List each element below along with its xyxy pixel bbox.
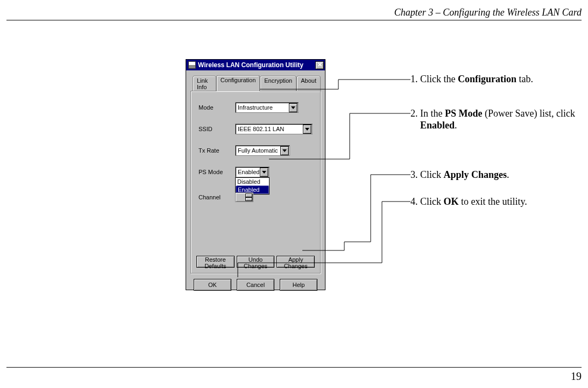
annotation-step-2: 2. In the PS Mode (Power Save) list, cli… <box>410 107 588 131</box>
tabstrip: Link Info Configuration Encryption About <box>193 75 321 91</box>
app-icon <box>188 61 196 69</box>
mode-select[interactable]: Infrastructure <box>235 102 299 113</box>
ssid-value: IEEE 802.11 LAN <box>238 126 284 132</box>
mode-label: Mode <box>199 104 230 111</box>
page-number: 19 <box>571 370 582 383</box>
cancel-button[interactable]: Cancel <box>237 279 274 291</box>
txrate-value: Fully Automatic <box>238 147 278 154</box>
header-rule <box>6 20 582 20</box>
psmode-value: Enabled <box>238 169 259 175</box>
chevron-down-icon[interactable] <box>280 146 289 155</box>
txrate-label: Tx Rate <box>199 147 230 154</box>
channel-label: Channel <box>199 194 230 200</box>
txrate-select[interactable]: Fully Automatic <box>235 145 290 156</box>
help-button[interactable]: Help <box>280 279 317 291</box>
channel-spinner[interactable] <box>235 192 253 202</box>
titlebar: Wireless LAN Configuration Utility ✕ <box>186 60 325 70</box>
psmode-label: PS Mode <box>199 169 230 175</box>
ssid-label: SSID <box>199 126 230 132</box>
tab-link-info[interactable]: Link Info <box>193 76 216 92</box>
tab-encryption[interactable]: Encryption <box>260 76 296 92</box>
restore-defaults-button[interactable]: Restore Defaults <box>196 256 235 268</box>
mode-value: Infrastructure <box>238 104 273 111</box>
psmode-option-disabled[interactable]: Disabled <box>236 178 269 185</box>
chevron-down-icon[interactable] <box>289 103 297 112</box>
ok-button[interactable]: OK <box>194 279 231 291</box>
psmode-select[interactable]: Enabled <box>235 167 270 177</box>
chevron-down-icon[interactable] <box>260 168 268 177</box>
page-header: Chapter 3 – Configuring the Wireless LAN… <box>394 7 582 18</box>
undo-changes-button[interactable]: Undo Changes <box>237 256 275 268</box>
tab-about[interactable]: About <box>296 76 321 92</box>
chevron-down-icon[interactable] <box>303 125 311 134</box>
window-title: Wireless LAN Configuration Utility <box>198 61 303 69</box>
ssid-select[interactable]: IEEE 802.11 LAN <box>235 124 313 134</box>
close-button[interactable]: ✕ <box>315 61 324 69</box>
annotation-step-4: 4. Click OK to exit the utility. <box>410 196 527 207</box>
footer-rule <box>6 367 582 368</box>
dialog-window: Wireless LAN Configuration Utility ✕ Lin… <box>186 59 325 290</box>
tab-panel-configuration: Mode Infrastructure SSID IEEE 802.11 LAN… <box>190 91 321 274</box>
tab-configuration[interactable]: Configuration <box>216 75 260 91</box>
apply-changes-button[interactable]: Apply Changes <box>277 256 315 268</box>
annotation-step-1: 1. Click the Configuration tab. <box>410 73 533 85</box>
annotation-step-3: 3. Click Apply Changes. <box>410 169 509 181</box>
